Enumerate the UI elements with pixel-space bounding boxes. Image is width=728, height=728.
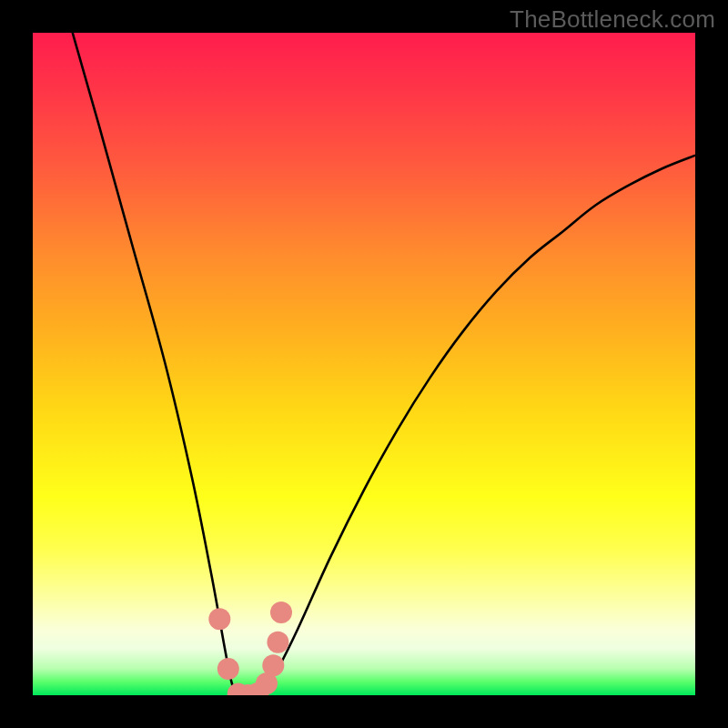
chart-stage: TheBottleneck.com <box>0 0 728 728</box>
bottleneck-curve <box>73 33 695 695</box>
marker-dot <box>270 602 292 623</box>
watermark-text: TheBottleneck.com <box>510 5 715 34</box>
marker-dot <box>217 658 239 680</box>
marker-dot <box>267 632 288 653</box>
highlight-markers <box>208 602 292 695</box>
plot-area <box>33 33 695 695</box>
marker-dot <box>208 608 230 630</box>
marker-dot <box>262 654 284 676</box>
chart-svg <box>33 33 695 695</box>
